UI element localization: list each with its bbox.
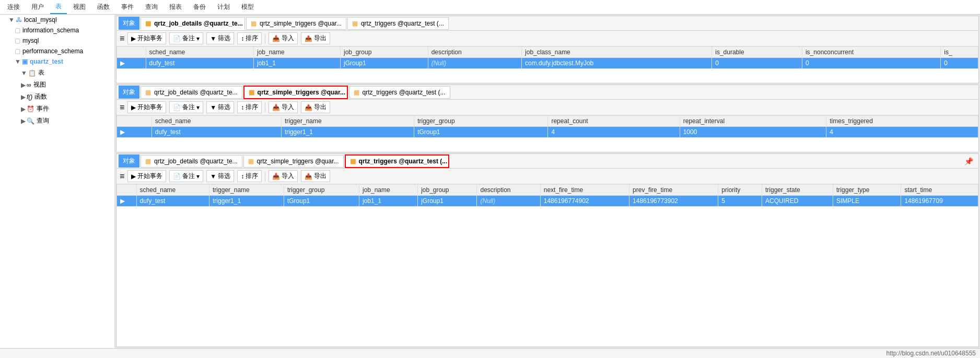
panel3-menu-icon[interactable]: ≡ — [120, 172, 124, 181]
panel2-cell-repeat_count: 4 — [548, 127, 680, 138]
panel1-tab-simple-triggers[interactable]: ▦ qrtz_simple_triggers @quar... — [246, 17, 346, 30]
panel2-cell-repeat_interval: 1000 — [680, 127, 826, 138]
panel3-col-indicator — [117, 185, 137, 196]
sep3 — [265, 172, 265, 181]
panel1-note-btn[interactable]: 📄 备注 ▾ — [169, 32, 203, 44]
panel1-obj-tab[interactable]: 对象 — [119, 17, 139, 30]
panel2-col-times_triggered[interactable]: times_triggered — [826, 116, 978, 127]
panel1-menu-icon[interactable]: ≡ — [120, 34, 124, 43]
panel3-begin-btn[interactable]: ▶ 开始事务 — [127, 170, 166, 182]
panel2-tab-triggers[interactable]: ▦ qrtz_triggers @quartz_test (... — [349, 86, 450, 99]
table-icon-p2-3: ▦ — [354, 89, 359, 96]
nav-item-report[interactable]: 报表 — [164, 1, 187, 14]
panel2-tab-job-details[interactable]: ▦ qrtz_job_details @quartz_te... — [141, 86, 242, 99]
panel3-tab1-label: qrtz_job_details @quartz_te... — [154, 158, 238, 165]
nav-item-connect[interactable]: 连接 — [2, 1, 25, 14]
panel3-col-start_time[interactable]: start_time — [901, 185, 978, 196]
panel2-col-trigger_name[interactable]: trigger_name — [281, 116, 414, 127]
panel3-col-trigger_group[interactable]: trigger_group — [284, 185, 359, 196]
panel1-col-job_name[interactable]: job_name — [253, 47, 340, 58]
panel3-note-btn[interactable]: 📄 备注 ▾ — [169, 170, 203, 182]
nav-item-table[interactable]: 表 — [50, 0, 67, 14]
panel3-col-description[interactable]: description — [477, 185, 540, 196]
panel3-col-job_group[interactable]: job_group — [418, 185, 477, 196]
panel2-col-sched_name[interactable]: sched_name — [151, 116, 281, 127]
panel1-sort-btn[interactable]: ↕ 排序 — [237, 32, 262, 44]
nav-item-view[interactable]: 视图 — [68, 1, 91, 14]
panel1-col-is_nonconcurrent[interactable]: is_nonconcurrent — [802, 47, 940, 58]
sidebar-item-performance_schema[interactable]: ▢ performance_schema — [0, 46, 114, 56]
panel2-export-btn[interactable]: 📤 导出 — [301, 101, 330, 113]
panel3-filter-btn[interactable]: ▼ 筛选 — [206, 170, 234, 182]
panel1-begin-btn[interactable]: ▶ 开始事务 — [127, 32, 166, 44]
nav-item-query[interactable]: 查询 — [140, 1, 163, 14]
nav-item-user[interactable]: 用户 — [26, 1, 49, 14]
panel2-menu-icon[interactable]: ≡ — [120, 103, 124, 112]
panel1-filter-btn[interactable]: ▼ 筛选 — [206, 32, 234, 44]
panel1-col-job_group[interactable]: job_group — [340, 47, 428, 58]
nav-item-model[interactable]: 模型 — [236, 1, 259, 14]
panel3-import-btn[interactable]: 📥 导入 — [269, 170, 298, 182]
import-icon-3: 📥 — [272, 173, 280, 180]
panel3-pin-btn[interactable]: 📌 — [961, 156, 976, 166]
panel1-col-description[interactable]: description — [428, 47, 521, 58]
panel3-obj-tab[interactable]: 对象 — [119, 154, 139, 168]
funcs-icon: f() — [27, 93, 32, 101]
panel3-export-label: 导出 — [314, 172, 326, 181]
panel2-col-indicator — [117, 116, 152, 127]
panel2-note-btn[interactable]: 📄 备注 ▾ — [169, 101, 203, 113]
panel2-row-0[interactable]: ▶ dufy_test trigger1_1 tGroup1 4 1000 4 — [117, 127, 978, 138]
panel2-obj-tab[interactable]: 对象 — [119, 86, 139, 99]
sidebar-item-queries[interactable]: ▶ 🔍 查询 — [0, 115, 114, 127]
panel3-col-trigger_state[interactable]: trigger_state — [762, 185, 833, 196]
panel3-col-trigger_name[interactable]: trigger_name — [209, 185, 284, 196]
panel1-tab-triggers[interactable]: ▦ qrtz_triggers @quartz_test (... — [347, 17, 449, 30]
panel2-col-repeat_count[interactable]: repeat_count — [548, 116, 680, 127]
panel1-export-btn[interactable]: 📤 导出 — [301, 32, 330, 44]
panel3-col-prev_fire_time[interactable]: prev_fire_time — [629, 185, 718, 196]
panel2-tab-simple-triggers[interactable]: ▦ qrtz_simple_triggers @quar... — [243, 86, 348, 99]
panel2-tab3-label: qrtz_triggers @quartz_test (... — [363, 89, 446, 96]
panel3-tab-triggers[interactable]: ▦ qrtz_triggers @quartz_test (... — [345, 154, 449, 168]
panel1-cell-job_group: jGroup1 — [340, 58, 428, 69]
panel3-col-trigger_type[interactable]: trigger_type — [833, 185, 901, 196]
panel2-filter-btn[interactable]: ▼ 筛选 — [206, 101, 234, 113]
nav-item-func[interactable]: 函数 — [92, 1, 115, 14]
panel1-col-sched_name[interactable]: sched_name — [146, 47, 253, 58]
panel2-col-trigger_group[interactable]: trigger_group — [414, 116, 548, 127]
panel1-col-is_[interactable]: is_ — [941, 47, 978, 58]
panel3-col-next_fire_time[interactable]: next_fire_time — [540, 185, 629, 196]
panel2-import-btn[interactable]: 📥 导入 — [269, 101, 298, 113]
panel1-col-is_durable[interactable]: is_durable — [712, 47, 802, 58]
panel2-cell-trigger_group: tGroup1 — [414, 127, 548, 138]
panel3-tab-simple-triggers[interactable]: ▦ qrtz_simple_triggers @quar... — [243, 155, 344, 168]
panel3-export-btn[interactable]: 📤 导出 — [301, 170, 330, 182]
panel3-row-0[interactable]: ▶ dufy_test trigger1_1 tGroup1 job1_1 jG… — [117, 196, 978, 207]
sidebar-item-events[interactable]: ▶ ⏰ 事件 — [0, 103, 114, 115]
panel1-col-job_class_name[interactable]: job_class_name — [522, 47, 712, 58]
panel3-col-job_name[interactable]: job_name — [359, 185, 417, 196]
sidebar-item-mysql[interactable]: ▢ mysql — [0, 35, 114, 46]
expand-arrow-views: ▶ — [21, 81, 26, 89]
sidebar-item-local_mysql[interactable]: ▼ 🖧 local_mysql — [0, 15, 114, 25]
panel3-col-priority[interactable]: priority — [718, 185, 762, 196]
status-url: http://blog.csdn.net/u010648555 — [886, 350, 976, 357]
sidebar-item-funcs[interactable]: ▶ f() 函数 — [0, 91, 114, 103]
panel2-sort-btn[interactable]: ↕ 排序 — [237, 101, 262, 113]
panel2-col-repeat_interval[interactable]: repeat_interval — [680, 116, 826, 127]
sidebar-item-tables[interactable]: ▼ 📋 表 — [0, 67, 114, 79]
sidebar-item-quartz_test[interactable]: ▼ ▣ quartz_test — [0, 56, 114, 67]
panel1-tab-job-details[interactable]: ▦ qrtz_job_details @quartz_te... — [141, 17, 245, 30]
panel2-begin-btn[interactable]: ▶ 开始事务 — [127, 101, 166, 113]
panel3-sort-btn[interactable]: ↕ 排序 — [237, 170, 262, 182]
panel3-col-sched_name[interactable]: sched_name — [136, 185, 209, 196]
expand-arrow-quartz: ▼ — [15, 58, 21, 65]
nav-item-backup[interactable]: 备份 — [188, 1, 211, 14]
panel1-row-0[interactable]: ▶ dufy_test job1_1 jGroup1 (Null) com.du… — [117, 58, 978, 69]
sidebar-item-views[interactable]: ▶ ∞ 视图 — [0, 79, 114, 91]
sidebar-item-information_schema[interactable]: ▢ information_schema — [0, 25, 114, 35]
nav-item-event[interactable]: 事件 — [116, 1, 139, 14]
nav-item-schedule[interactable]: 计划 — [212, 1, 235, 14]
panel3-tab-job-details[interactable]: ▦ qrtz_job_details @quartz_te... — [141, 155, 242, 168]
panel1-import-btn[interactable]: 📥 导入 — [269, 32, 298, 44]
